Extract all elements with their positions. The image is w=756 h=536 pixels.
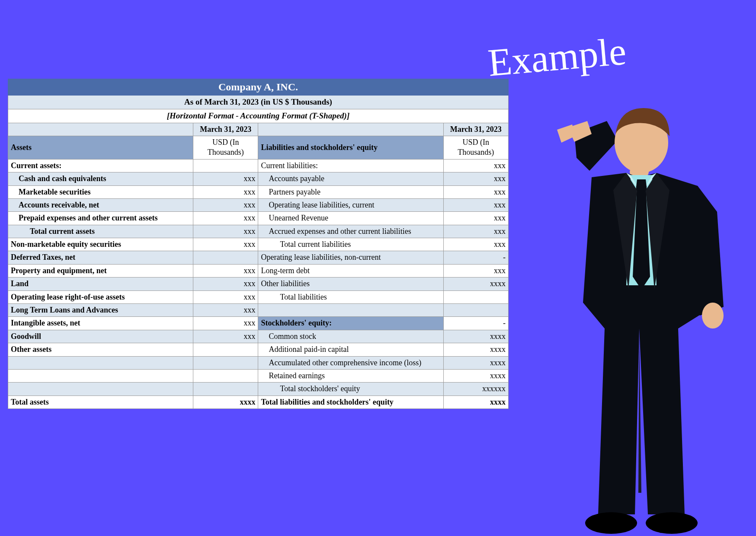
row-value: xxx (193, 304, 258, 317)
row-label: Total liabilities (258, 290, 443, 303)
stockholders-equity-header: Stockholders' equity: (258, 317, 443, 330)
row-value (443, 304, 508, 317)
row-label: Total current assets (8, 225, 193, 238)
row-value: xxx (443, 212, 508, 225)
svg-marker-2 (557, 124, 575, 143)
row-label: Marketable securities (8, 185, 193, 198)
row-label: Goodwill (8, 330, 193, 343)
row-value: xxx (443, 264, 508, 277)
row-value: xxx (443, 172, 508, 185)
row-label: Current assets: (8, 159, 193, 172)
date-head-left: March 31, 2023 (193, 123, 258, 136)
row-label: Accrued expenses and other current liabi… (258, 225, 443, 238)
row-value: - (443, 251, 508, 264)
svg-marker-9 (636, 179, 647, 190)
row-label: Accounts payable (258, 172, 443, 185)
row-value (193, 159, 258, 172)
row-label: Cash and cash equivalents (8, 172, 193, 185)
row-value: xxxx (443, 330, 508, 343)
row-value: xxx (193, 185, 258, 198)
row-value: xxxxxx (443, 383, 508, 396)
format-label: [Horizontal Format - Accounting Format (… (8, 109, 509, 123)
total-liab-value: xxxx (443, 396, 508, 408)
total-assets-value: xxxx (193, 396, 258, 408)
row-label: Accounts receivable, net (8, 198, 193, 211)
businessman-illustration (527, 104, 734, 536)
row-value (193, 343, 258, 356)
total-liab-label: Total liabilities and stockholders' equi… (258, 396, 443, 408)
row-label: Non-marketable equity securities (8, 238, 193, 251)
row-label (258, 304, 443, 317)
row-label: Prepaid expenses and other current asset… (8, 212, 193, 225)
row-label: Retained earnings (258, 369, 443, 382)
row-value: xxx (443, 238, 508, 251)
svg-marker-13 (598, 329, 639, 514)
row-label: Partners payable (258, 185, 443, 198)
row-value: xxx (443, 159, 508, 172)
row-value: - (443, 317, 508, 330)
row-value (193, 251, 258, 264)
asof-subtitle: As of March 31, 2023 (in US $ Thousands) (8, 96, 509, 109)
row-label: Intangible assets, net (8, 317, 193, 330)
example-label: Example (486, 29, 628, 85)
row-value: xxx (193, 317, 258, 330)
usd-right: USD (In Thousands) (443, 136, 508, 159)
row-value: xxxx (443, 343, 508, 356)
row-label: Common stock (258, 330, 443, 343)
usd-left: USD (In Thousands) (193, 136, 258, 159)
date-head-right: March 31, 2023 (443, 123, 508, 136)
row-label: Operating lease liabilities, non-current (258, 251, 443, 264)
row-value: xxx (193, 290, 258, 303)
row-label: Deferred Taxes, net (8, 251, 193, 264)
row-label (8, 383, 193, 396)
row-label: Current liabilities: (258, 159, 443, 172)
row-value: xxx (193, 278, 258, 290)
row-label: Property and equipment, net (8, 264, 193, 277)
row-value (193, 383, 258, 396)
row-value: xxx (193, 330, 258, 343)
company-title: Company A, INC. (8, 79, 509, 96)
row-label: Accumulated other comprehensive income (… (258, 356, 443, 369)
row-label: Operating lease liabilities, current (258, 198, 443, 211)
row-label: Other assets (8, 343, 193, 356)
row-value: xxx (193, 198, 258, 211)
total-assets-label: Total assets (8, 396, 193, 408)
row-value: xxxx (443, 369, 508, 382)
row-label: Additional paid-in capital (258, 343, 443, 356)
blank-head-2 (258, 123, 443, 136)
row-value: xxx (193, 172, 258, 185)
row-label: Long-term debt (258, 264, 443, 277)
liab-header: Liabilities and stockholders' equity (258, 136, 443, 159)
row-label (8, 369, 193, 382)
row-value: xxx (193, 212, 258, 225)
svg-point-17 (646, 512, 698, 534)
row-value (193, 369, 258, 382)
row-value (443, 290, 508, 303)
svg-point-12 (702, 303, 724, 329)
svg-marker-14 (639, 329, 685, 514)
balance-sheet-table-container: Company A, INC. As of March 31, 2023 (in… (8, 79, 509, 409)
row-label: Total current liabilities (258, 238, 443, 251)
row-label: Total stockholders' equity (258, 383, 443, 396)
row-label: Other liabilities (258, 278, 443, 290)
row-value: xxx (443, 198, 508, 211)
row-label (8, 356, 193, 369)
row-value: xxx (443, 225, 508, 238)
row-label: Land (8, 278, 193, 290)
row-value: xxx (193, 238, 258, 251)
row-label: Long Term Loans and Advances (8, 304, 193, 317)
row-label: Unearned Revenue (258, 212, 443, 225)
row-label: Operating lease right-of-use assets (8, 290, 193, 303)
blank-head-1 (8, 123, 193, 136)
row-value: xxxx (443, 356, 508, 369)
row-value: xxx (443, 185, 508, 198)
svg-point-16 (585, 512, 637, 534)
assets-header: Assets (8, 136, 193, 159)
row-value: xxx (193, 264, 258, 277)
row-value: xxx (193, 225, 258, 238)
row-value: xxxx (443, 278, 508, 290)
row-value (193, 356, 258, 369)
balance-sheet-table: Company A, INC. As of March 31, 2023 (in… (8, 79, 509, 409)
